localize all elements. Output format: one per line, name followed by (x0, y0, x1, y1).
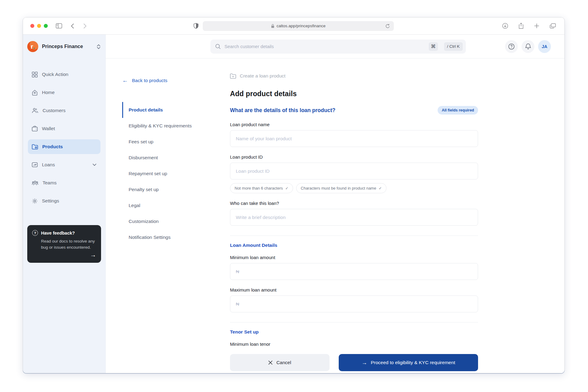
step-penalty-set-up[interactable]: Penalty set up (122, 182, 192, 198)
wallet-icon (32, 126, 38, 131)
sidebar-item-label: Teams (43, 180, 57, 186)
browser-back-button[interactable] (70, 22, 75, 30)
close-window-button[interactable] (30, 24, 34, 28)
search-icon (215, 44, 221, 49)
rule-chip-length: Not more than 6 characters ✓ (230, 183, 293, 193)
divider (230, 322, 478, 322)
sidebar-item-home[interactable]: Home (28, 85, 100, 100)
step-notification-settings[interactable]: Notification Settings (122, 229, 192, 245)
gear-icon (32, 198, 38, 204)
step-disbursement[interactable]: Disbursement (122, 150, 192, 166)
min-amount-label: Minimum loan amount (230, 255, 478, 260)
url-bar[interactable]: caltos.app/princepsfinance (203, 21, 394, 31)
product-name-label: Loan product name (230, 122, 478, 127)
browser-titlebar: caltos.app/princepsfinance (23, 17, 564, 35)
breadcrumb: Create a loan product (230, 73, 478, 79)
sidebar-item-products[interactable]: Products (28, 139, 100, 154)
section-question: What are the details of this loan produc… (230, 107, 335, 114)
sidebar-item-settings[interactable]: Settings (28, 194, 100, 208)
grid-icon (32, 72, 38, 77)
who-description-input[interactable] (230, 209, 478, 226)
back-to-products-link[interactable]: ← Back to products (122, 77, 167, 83)
window-controls (30, 24, 48, 28)
search-input[interactable] (224, 44, 425, 49)
sidebar-toggle-button[interactable] (55, 22, 63, 30)
divider (230, 236, 478, 236)
loans-icon (32, 162, 38, 168)
help-button[interactable] (505, 40, 518, 53)
cmd-key-badge: ⌘ (429, 42, 438, 51)
feedback-title: Have feedback? (41, 231, 75, 236)
validation-chips: Not more than 6 characters ✓ Characters … (230, 183, 478, 193)
close-icon (268, 360, 273, 365)
downloads-button[interactable] (501, 22, 509, 30)
step-repayment-set-up[interactable]: Repayment set up (122, 166, 192, 182)
chevron-down-icon (92, 164, 96, 166)
brand-logo: r. (27, 41, 38, 52)
user-avatar[interactable]: JA (538, 40, 551, 53)
step-eligibility-kyc[interactable]: Eligibility & KYC requirements (122, 118, 192, 134)
sidebar-item-label: Products (42, 144, 63, 149)
arrow-right-icon: → (362, 360, 367, 366)
sidebar-item-quick-action[interactable]: Quick Action (28, 67, 100, 82)
privacy-shield-icon[interactable] (194, 23, 198, 29)
min-tenor-label: Minimum loan tenor (230, 341, 478, 347)
browser-window: caltos.app/princepsfinance (23, 17, 565, 373)
feedback-arrow-button[interactable]: → (32, 251, 96, 258)
sidebar-item-label: Quick Action (42, 72, 68, 77)
help-circle-icon: ? (32, 230, 38, 236)
cancel-button[interactable]: Cancel (230, 354, 330, 371)
page-title: Add product details (230, 90, 478, 98)
share-button[interactable] (517, 21, 525, 30)
product-id-input[interactable] (230, 163, 478, 179)
sidebar-item-wallet[interactable]: Wallet (28, 121, 100, 136)
workspace-switcher[interactable] (97, 44, 100, 49)
sidebar-item-label: Settings (42, 198, 59, 204)
tab-overview-button[interactable] (548, 22, 557, 30)
product-form: Create a loan product Add product detail… (230, 58, 478, 347)
zoom-window-button[interactable] (44, 24, 48, 28)
step-legal[interactable]: Legal (122, 198, 192, 213)
feedback-body: Read our docs to resolve any bug or issu… (41, 238, 96, 250)
app-header: ⌘ / Ctrl K (106, 35, 564, 58)
max-amount-input[interactable] (230, 296, 478, 312)
rule-chip-characters: Characters must be found in product name… (296, 183, 386, 193)
breadcrumb-label: Create a loan product (240, 73, 285, 79)
reload-button[interactable] (384, 22, 391, 29)
ctrl-k-badge: / Ctrl K (444, 42, 463, 51)
loan-amount-section-heading: Loan Amount Details (230, 243, 478, 248)
feedback-card: ? Have feedback? Read our docs to resolv… (27, 225, 101, 263)
sidebar-nav: Quick Action Home (23, 58, 105, 212)
required-badge: All fields required (438, 106, 478, 115)
new-tab-button[interactable] (533, 22, 541, 30)
check-icon: ✓ (285, 186, 288, 190)
tenor-section-heading: Tenor Set up (230, 329, 478, 335)
sidebar-item-label: Loans (42, 162, 55, 168)
notifications-button[interactable] (522, 40, 534, 53)
sidebar-item-teams[interactable]: Teams (28, 175, 100, 190)
product-name-input[interactable] (230, 130, 478, 147)
products-folder-icon (32, 144, 38, 149)
product-id-label: Loan product ID (230, 154, 478, 160)
who-label: Who can take this loan? (230, 201, 478, 206)
lock-icon (271, 24, 274, 28)
step-list: Product details Eligibility & KYC requir… (122, 102, 192, 245)
home-icon (32, 90, 38, 96)
url-text: caltos.app/princepsfinance (277, 24, 326, 28)
proceed-button[interactable]: → Proceed to eligibility & KYC requireme… (339, 354, 478, 371)
browser-forward-button[interactable] (82, 22, 88, 30)
sidebar: r. Princeps Finance Quick Actio (23, 35, 106, 373)
sidebar-item-label: Customers (43, 108, 66, 113)
step-fees-set-up[interactable]: Fees set up (122, 134, 192, 150)
customers-icon (32, 108, 38, 113)
sidebar-item-loans[interactable]: Loans (28, 157, 100, 172)
form-footer: Cancel → Proceed to eligibility & KYC re… (106, 352, 564, 373)
min-amount-input[interactable] (230, 263, 478, 280)
sidebar-item-label: Wallet (42, 126, 55, 131)
minimize-window-button[interactable] (37, 24, 41, 28)
step-customization[interactable]: Customization (122, 213, 192, 229)
step-product-details[interactable]: Product details (122, 102, 192, 118)
sidebar-item-customers[interactable]: Customers (28, 103, 100, 118)
page-content: ← Back to products Product details Eligi… (106, 58, 564, 373)
check-icon: ✓ (379, 186, 382, 190)
